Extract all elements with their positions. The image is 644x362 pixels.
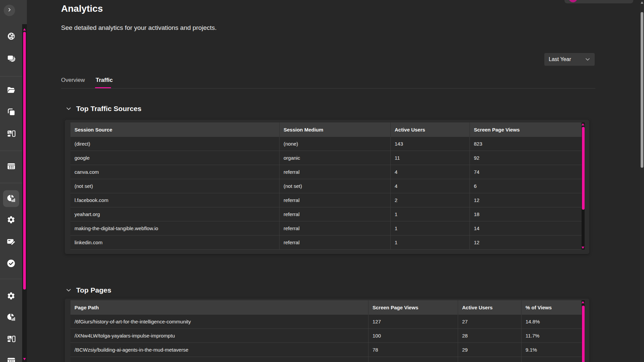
cell-pct-of-views: 14.8% <box>522 315 585 328</box>
cell-active-users: 1 <box>391 236 470 249</box>
cell-page-path: /BCWzsiy/building-ai-agents-in-the-mud-m… <box>70 343 368 357</box>
cell-screen-page-views: 78 <box>368 343 458 357</box>
analytics-pie-icon <box>7 313 16 323</box>
cell-page-path: /yPPLPPq/creative-int <box>70 357 368 362</box>
section-title: Top Traffic Sources <box>76 105 142 113</box>
table-row: yeahart.org referral 1 18 <box>70 207 585 221</box>
sidebar-item-media-secondary[interactable] <box>5 333 17 346</box>
cell-screen-page-views: 100 <box>368 329 458 343</box>
cell-session-source: google <box>70 151 280 165</box>
table-row: canva.com referral 4 74 <box>70 165 585 179</box>
cell-pct-of-views: 9.1% <box>522 343 585 357</box>
cell-session-medium: referral <box>280 193 391 207</box>
top-pages-table: Page Path Screen Page Views Active Users… <box>70 300 585 362</box>
table-scrollbar[interactable] <box>582 300 585 362</box>
column-header: Session Source <box>70 122 280 137</box>
column-header: Session Medium <box>280 122 391 137</box>
column-header: Page Path <box>70 300 368 315</box>
traffic-sources-section-header: Top Traffic Sources <box>66 105 142 113</box>
sidebar-item-approvals[interactable] <box>5 258 17 270</box>
sidebar-item-media[interactable] <box>5 128 17 140</box>
calendar-icon <box>7 162 16 172</box>
sidebar-scrollbar[interactable] <box>22 24 27 362</box>
card-edit-icon <box>7 237 16 247</box>
layers-icon <box>7 54 16 64</box>
sidebar-item-assets[interactable] <box>5 106 17 118</box>
cell-session-source: (not set) <box>70 179 280 193</box>
page-scrollbar-thumb[interactable] <box>641 12 643 168</box>
tabs-divider-line <box>61 88 595 89</box>
analytics-pie-icon <box>7 194 16 204</box>
scroll-down-arrow-icon[interactable] <box>582 247 584 249</box>
scroll-down-arrow-icon[interactable] <box>23 358 26 360</box>
cell-active-users: 2 <box>391 193 470 207</box>
sidebar-item-analytics[interactable] <box>5 193 17 205</box>
cell-screen-page-views: 74 <box>470 165 585 179</box>
sidebar-expand-button[interactable] <box>4 5 15 16</box>
folder-open-icon <box>7 86 16 96</box>
cell-active-users: 28 <box>458 329 522 343</box>
collapse-chevron-icon[interactable] <box>66 288 71 293</box>
sidebar-item-schedule-secondary[interactable] <box>5 355 17 362</box>
sidebar-divider <box>0 76 22 76</box>
sidebar-item-discover[interactable] <box>5 31 17 43</box>
cell-screen-page-views: 12 <box>470 193 585 207</box>
cell-pct-of-views: 11.7% <box>522 329 585 343</box>
table-row: google organic 11 92 <box>70 151 585 165</box>
sidebar-divider <box>0 151 22 151</box>
sidebar-item-collections[interactable] <box>5 53 17 65</box>
table-scrollbar[interactable] <box>582 122 585 250</box>
tab-traffic[interactable]: Traffic <box>96 77 113 84</box>
copy-icon <box>7 107 16 118</box>
chevron-down-icon <box>585 57 590 62</box>
cell-active-users: 143 <box>391 137 470 151</box>
table-row: /iXNw4LW/tolga-yayalars-impulse-imprompt… <box>70 329 585 343</box>
table-scrollbar-thumb[interactable] <box>582 127 585 210</box>
column-header: Active Users <box>458 300 522 315</box>
sidebar-item-analytics-secondary[interactable] <box>5 312 17 324</box>
sidebar-item-settings-secondary[interactable] <box>5 291 17 303</box>
cell-active-users: 27 <box>458 315 522 328</box>
table-header-row: Session Source Session Medium Active Use… <box>70 122 585 137</box>
cell-session-medium: referral <box>280 221 391 235</box>
media-devices-icon <box>7 129 16 140</box>
sidebar-scrollbar-thumb[interactable] <box>23 32 26 290</box>
sidebar-item-settings[interactable] <box>5 214 17 226</box>
cell-screen-page-views: 823 <box>470 137 585 151</box>
media-devices-icon <box>7 334 16 345</box>
settings-gear-icon <box>7 292 15 302</box>
cell-screen-page-views: 127 <box>368 315 458 328</box>
cell-session-medium: (not set) <box>280 179 391 193</box>
column-header: Screen Page Views <box>368 300 458 315</box>
cell-screen-page-views: 6 <box>470 179 585 193</box>
table-row: l.facebook.com referral 2 12 <box>70 193 585 207</box>
column-header: Active Users <box>391 122 470 137</box>
sidebar-item-billing[interactable] <box>5 236 17 248</box>
scroll-up-arrow-icon[interactable] <box>641 1 643 4</box>
cell-pct-of-views: 7.5% <box>522 357 585 362</box>
cell-session-source: making-the-digital-tangible.webflow.io <box>70 221 280 235</box>
scroll-up-arrow-icon[interactable] <box>582 301 584 303</box>
cell-screen-page-views: 12 <box>470 236 585 249</box>
date-range-value: Last Year <box>549 56 571 62</box>
scroll-up-arrow-icon[interactable] <box>582 123 584 125</box>
table-row: linkedin.com referral 1 12 <box>70 236 585 250</box>
sidebar-item-schedule[interactable] <box>5 161 17 173</box>
tab-overview[interactable]: Overview <box>61 77 85 84</box>
cell-screen-page-views: 92 <box>470 151 585 165</box>
date-range-dropdown[interactable]: Last Year <box>544 53 595 66</box>
cell-active-users: 29 <box>458 343 522 357</box>
sidebar-item-projects[interactable] <box>5 85 17 97</box>
cell-active-users: 1 <box>391 207 470 221</box>
table-row: making-the-digital-tangible.webflow.io r… <box>70 221 585 236</box>
scroll-up-arrow-icon[interactable] <box>23 28 26 31</box>
collapse-chevron-icon[interactable] <box>66 106 71 112</box>
calendar-icon <box>7 356 16 362</box>
table-scrollbar-thumb[interactable] <box>582 306 585 362</box>
cell-active-users: 11 <box>458 357 522 362</box>
cell-session-source: linkedin.com <box>70 236 280 249</box>
cell-session-medium: referral <box>280 165 391 179</box>
table-row: /6fGiurs/history-of-art-for-the-intellig… <box>70 315 585 329</box>
globe-search-icon <box>7 32 16 42</box>
page-scrollbar[interactable] <box>640 0 644 362</box>
